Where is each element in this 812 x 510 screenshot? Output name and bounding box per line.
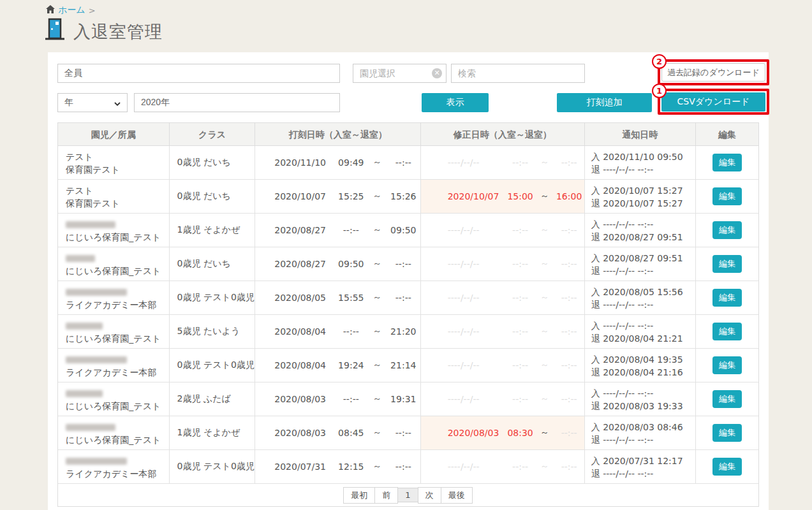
table-row: にじいろ保育園_テスト 5歳児 たいよう 2020/08/04--:--～21:… [58,315,758,349]
cell-fix-time: ----/--/----:--～--:-- [421,382,585,416]
cell-fix-time: ----/--/----:--～--:-- [421,281,585,314]
main-panel: ✕ ✕ 2 過去記録のダウンロード 年 表示 打刻追加 1 CSVダウンロード … [48,52,769,510]
annotation-box-1: 1 CSVダウンロード [658,89,769,115]
cell-class: 1歳児 そよかぜ [170,214,256,247]
notify-out: 退 2020/08/27 09:51 [591,231,696,244]
cell-fix-time-modified: 2020/08/0308:30～--:-- [421,416,585,449]
header-edit: 編集 [696,123,758,145]
cell-notify-time: 入 2020/08/03 08:46 退 ----/--/-- --:-- [585,416,697,449]
cell-class: 0歳児 テスト0歳児 [170,349,256,382]
cell-child-org: テスト 保育園テスト [58,180,170,213]
header-child-org: 園児／所属 [58,123,170,145]
cell-class: 0歳児 だいち [170,146,256,179]
cell-class: 1歳児 そよかぜ [170,416,256,449]
past-records-download-button[interactable]: 過去記録のダウンロード [661,63,765,82]
csv-download-button[interactable]: CSVダウンロード [661,92,765,112]
cell-edit: 編集 [696,180,758,213]
notify-out: 退 2020/08/04 21:21 [591,332,696,345]
cell-punch-time: 2020/08/03--:--～19:31 [255,382,420,416]
pagination-current-page[interactable]: 1 [397,488,418,502]
cell-edit: 編集 [696,146,758,179]
header-class: クラス [170,123,256,145]
child-name: テスト [66,150,164,163]
cell-child-org: テスト 保育園テスト [58,146,170,179]
edit-button[interactable]: 編集 [712,323,742,340]
show-button[interactable]: 表示 [422,93,489,112]
breadcrumb-home-link[interactable]: ホーム [58,4,85,16]
edit-button[interactable]: 編集 [712,289,742,307]
org-name: にじいろ保育園_テスト [66,433,164,446]
notify-in: 入 ----/--/-- --:-- [591,319,696,332]
cell-notify-time: 入 2020/08/05 15:56 退 ----/--/-- --:-- [585,281,697,314]
annotation-box-2: 2 過去記録のダウンロード [658,59,769,85]
cell-punch-time: 2020/07/3112:15～--:-- [255,450,420,483]
cell-class: 0歳児 テスト0歳児 [170,450,256,483]
table-row: にじいろ保育園_テスト 1歳児 そよかぜ 2020/08/0308:45～--:… [58,416,758,450]
cell-child-org: ライクアカデミー本部 [58,450,170,483]
chevron-down-icon [114,98,121,108]
cell-class: 5歳児 たいよう [170,315,256,348]
notify-out: 退 ----/--/-- --:-- [591,433,696,446]
redacted-child-name [66,255,95,262]
page-title: 入退室管理 [73,20,163,43]
cell-child-org: にじいろ保育園_テスト [58,315,170,348]
notify-out: 退 2020/10/07 15:27 [591,197,696,210]
cell-child-org: にじいろ保育園_テスト [58,416,170,449]
edit-button[interactable]: 編集 [712,221,742,239]
org-name: にじいろ保育園_テスト [66,332,164,345]
redacted-child-name [66,458,127,465]
cell-fix-time: ----/--/----:--～--:-- [421,146,585,179]
table-row: ライクアカデミー本部 0歳児 テスト0歳児 2020/08/0419:24～21… [58,349,758,382]
header-notify-time: 通知日時 [585,123,697,145]
cell-punch-time: 2020/08/2709:50～--:-- [255,247,420,280]
pagination-prev[interactable]: 前 [374,487,398,504]
cell-notify-time: 入 2020/11/10 09:50 退 ----/--/-- --:-- [585,146,697,179]
period-type-select[interactable]: 年 [57,93,128,112]
table-header-row: 園児／所属 クラス 打刻日時（入室～退室） 修正日時（入室～退室） 通知日時 編… [58,123,758,146]
edit-button[interactable]: 編集 [712,390,742,408]
clear-child-icon[interactable]: ✕ [432,68,442,78]
cell-punch-time: 2020/08/27--:--～09:50 [255,214,420,247]
pagination: 最初 前 1 次 最後 [58,484,758,506]
org-name: ライクアカデミー本部 [66,467,164,480]
cell-edit: 編集 [696,450,758,483]
edit-button[interactable]: 編集 [712,356,742,374]
notify-in: 入 ----/--/-- --:-- [591,218,696,231]
edit-button[interactable]: 編集 [712,255,742,273]
edit-button[interactable]: 編集 [712,187,742,205]
cell-notify-time: 入 2020/08/04 19:35 退 2020/08/04 21:16 [585,349,697,382]
notify-in: 入 2020/08/27 09:51 [591,252,696,265]
org-name: 保育園テスト [66,163,164,176]
header-punch-time: 打刻日時（入室～退室） [255,123,421,145]
pagination-first[interactable]: 最初 [343,487,375,504]
org-name: ライクアカデミー本部 [66,298,164,311]
scope-select-input[interactable] [57,64,340,83]
cell-fix-time-modified: 2020/10/0715:00～16:00 [421,180,585,213]
edit-button[interactable]: 編集 [712,154,742,171]
edit-button[interactable]: 編集 [712,424,742,442]
period-value-input[interactable] [134,93,340,112]
pagination-last[interactable]: 最後 [441,487,473,504]
cell-notify-time: 入 ----/--/-- --:-- 退 2020/08/27 09:51 [585,214,697,247]
cell-child-org: にじいろ保育園_テスト [58,382,170,416]
edit-button[interactable]: 編集 [712,458,742,476]
notify-in: 入 2020/11/10 09:50 [591,150,696,163]
cell-edit: 編集 [696,416,758,449]
table-row: にじいろ保育園_テスト 0歳児 だいち 2020/08/2709:50～--:-… [58,247,758,281]
search-input[interactable] [451,64,585,83]
add-punch-button[interactable]: 打刻追加 [557,93,652,112]
door-icon [45,18,65,43]
org-name: にじいろ保育園_テスト [66,400,164,412]
table-row: にじいろ保育園_テスト 1歳児 そよかぜ 2020/08/27--:--～09:… [58,214,758,247]
redacted-child-name [66,221,115,228]
notify-out: 退 ----/--/-- --:-- [591,265,696,277]
pagination-next[interactable]: 次 [418,487,441,504]
notify-out: 退 ----/--/-- --:-- [591,163,696,176]
table-row: ライクアカデミー本部 0歳児 テスト0歳児 2020/08/0515:55～--… [58,281,758,315]
cell-edit: 編集 [696,315,758,348]
page-header: 入退室管理 [45,18,163,43]
redacted-child-name [66,323,103,330]
notify-in: 入 2020/08/05 15:56 [591,286,696,298]
cell-child-org: ライクアカデミー本部 [58,349,170,382]
table-row: テスト 保育園テスト 0歳児 だいち 2020/10/0715:25～15:26… [58,180,758,214]
